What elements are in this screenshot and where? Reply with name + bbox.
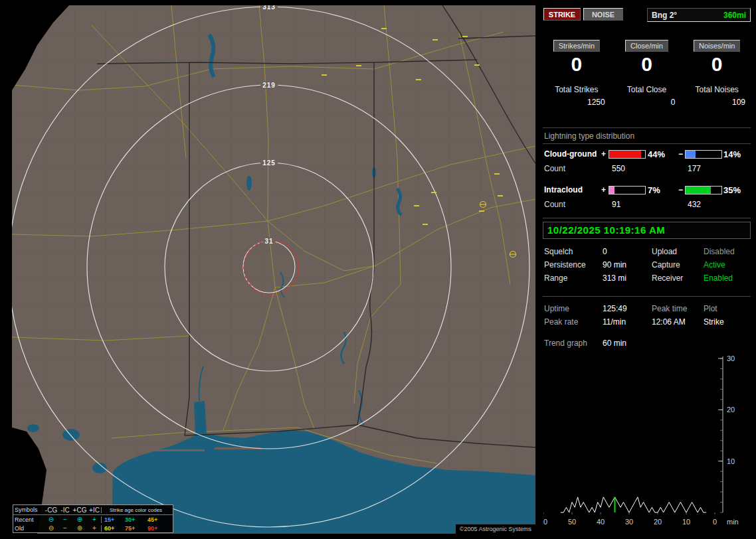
ic-pos-percent: 7% bbox=[648, 185, 660, 195]
svg-text:50: 50 bbox=[568, 518, 576, 526]
cg-neg-percent: 14% bbox=[723, 149, 741, 159]
peak-time-label: Peak time bbox=[652, 304, 704, 313]
age-15: 15+ bbox=[101, 516, 125, 523]
svg-text:30: 30 bbox=[727, 354, 735, 362]
trend-graph: 1020306050403020100min bbox=[543, 354, 749, 531]
trend-row: Trend graph 60 min bbox=[544, 339, 752, 348]
persistence-label: Persistence bbox=[544, 260, 603, 270]
close-per-min-value: 0 bbox=[641, 54, 652, 74]
range-value: 313 mi bbox=[603, 273, 652, 283]
symbol-neg-cg-old-icon: ⊖ bbox=[44, 524, 58, 532]
age-75: 75+ bbox=[125, 525, 147, 532]
age-45: 45+ bbox=[147, 516, 170, 523]
close-per-min-button[interactable]: Close/min bbox=[625, 40, 668, 52]
trend-window-value: 60 min bbox=[603, 339, 652, 348]
squelch-label: Squelch bbox=[544, 247, 603, 256]
upload-label: Upload bbox=[652, 247, 704, 256]
plot-value: Strike bbox=[704, 317, 752, 327]
legend-col-pcg: +CG bbox=[72, 506, 88, 514]
divider bbox=[543, 127, 751, 128]
age-90: 90+ bbox=[147, 525, 170, 532]
squelch-value: 0 bbox=[603, 247, 652, 256]
cloud-ground-count-row: Count 550 177 bbox=[541, 164, 756, 175]
count-label: Count bbox=[544, 164, 565, 173]
svg-text:20: 20 bbox=[727, 406, 735, 414]
legend-col-nic: -IC bbox=[58, 506, 72, 514]
legend-col-pic: +IC bbox=[88, 506, 101, 514]
intracloud-count-row: Count 91 432 bbox=[541, 200, 756, 210]
symbol-pos-cg-recent-icon: ⊕ bbox=[72, 516, 88, 523]
total-strikes-label: Total Strikes bbox=[541, 85, 612, 94]
rate-buttons: Strikes/min Close/min Noises/min bbox=[541, 40, 752, 52]
distance-value: 360mi bbox=[723, 11, 746, 20]
bearing-value: Bng 2° bbox=[652, 11, 677, 20]
noises-per-min-button[interactable]: Noises/min bbox=[694, 40, 740, 52]
totals: Total Strikes 1250 Total Close 0 Total N… bbox=[541, 85, 752, 107]
svg-text:60: 60 bbox=[543, 518, 547, 526]
symbol-pos-cg-old-icon: ⊕ bbox=[72, 524, 88, 532]
stats-grid: Uptime 125:49 Peak time Plot Peak rate 1… bbox=[544, 304, 752, 327]
total-noises-value: 109 bbox=[682, 98, 752, 107]
app-window: 31321912531 Symbols -CG -IC +CG +IC Stri… bbox=[0, 0, 756, 539]
receiver-value: Enabled bbox=[704, 273, 752, 283]
cg-pos-count: 550 bbox=[612, 164, 625, 173]
svg-text:40: 40 bbox=[597, 518, 605, 526]
legend-row-old: Old bbox=[15, 525, 44, 532]
capture-value: Active bbox=[704, 260, 752, 270]
symbol-pos-ic-old-icon: + bbox=[88, 524, 101, 532]
total-close-value: 0 bbox=[612, 98, 682, 107]
svg-text:10: 10 bbox=[727, 457, 735, 465]
cg-pos-percent: 44% bbox=[648, 149, 665, 159]
total-strikes-value: 1250 bbox=[541, 98, 612, 107]
status-grid: Squelch 0 Upload Disabled Persistence 90… bbox=[544, 247, 752, 283]
legend-symbols-header: Symbols bbox=[15, 506, 44, 513]
svg-text:0: 0 bbox=[713, 518, 717, 526]
svg-text:30: 30 bbox=[625, 518, 633, 526]
uptime-value: 125:49 bbox=[603, 304, 652, 313]
cloud-ground-label: Cloud-ground bbox=[544, 149, 597, 159]
divider bbox=[543, 143, 751, 144]
svg-text:10: 10 bbox=[682, 518, 690, 526]
persistence-value: 90 min bbox=[603, 260, 652, 270]
peak-time-value: 12:06 AM bbox=[652, 317, 704, 327]
minus-sign: − bbox=[678, 149, 683, 159]
symbol-neg-ic-old-icon: − bbox=[58, 524, 72, 532]
ic-pos-count: 91 bbox=[612, 200, 620, 209]
legend-age-header: Strike age color codes bbox=[101, 507, 170, 513]
total-close-label: Total Close bbox=[612, 85, 682, 94]
plus-sign: + bbox=[601, 185, 606, 194]
legend-col-ncg: -CG bbox=[44, 506, 58, 514]
cg-neg-count: 177 bbox=[688, 164, 701, 173]
status-panel: STRIKE NOISE Bng 2° 360mi Strikes/min Cl… bbox=[541, 0, 756, 539]
uptime-label: Uptime bbox=[544, 304, 603, 313]
map-legend: Symbols -CG -IC +CG +IC Strike age color… bbox=[13, 504, 173, 533]
receiver-label: Receiver bbox=[652, 273, 704, 283]
intracloud-row: Intracloud + 7% − 35% bbox=[541, 185, 756, 196]
strike-toggle-button[interactable]: STRIKE bbox=[543, 8, 581, 21]
noise-toggle-button[interactable]: NOISE bbox=[583, 8, 623, 21]
lightning-map[interactable]: 31321912531 Symbols -CG -IC +CG +IC Stri… bbox=[12, 5, 535, 534]
rate-values: 0 0 0 bbox=[541, 54, 752, 74]
total-noises-label: Total Noises bbox=[682, 85, 752, 94]
age-30: 30+ bbox=[125, 516, 147, 523]
strikes-per-min-button[interactable]: Strikes/min bbox=[553, 40, 600, 52]
copyright-label: ©2005 Astrogenic Systems bbox=[456, 524, 535, 534]
distribution-title: Lightning type distribution bbox=[544, 131, 634, 141]
range-label: Range bbox=[544, 273, 603, 283]
ic-neg-count: 432 bbox=[688, 200, 701, 209]
legend-row-recent: Recent bbox=[15, 516, 44, 523]
count-label: Count bbox=[544, 200, 565, 209]
ic-neg-percent: 35% bbox=[723, 185, 741, 195]
datetime-readout: 10/22/2025 10:19:16 AM bbox=[543, 222, 751, 239]
divider bbox=[543, 218, 751, 218]
trend-graph-label: Trend graph bbox=[544, 339, 603, 348]
plus-sign: + bbox=[601, 149, 606, 159]
cg-neg-bar bbox=[685, 150, 722, 159]
strikes-per-min-value: 0 bbox=[571, 54, 582, 74]
range-rings-overlay bbox=[12, 5, 535, 534]
noises-per-min-value: 0 bbox=[711, 54, 723, 74]
peak-rate-label: Peak rate bbox=[544, 317, 603, 327]
cg-pos-bar bbox=[609, 150, 646, 159]
svg-text:20: 20 bbox=[654, 518, 662, 526]
symbol-pos-ic-recent-icon: + bbox=[88, 516, 101, 523]
